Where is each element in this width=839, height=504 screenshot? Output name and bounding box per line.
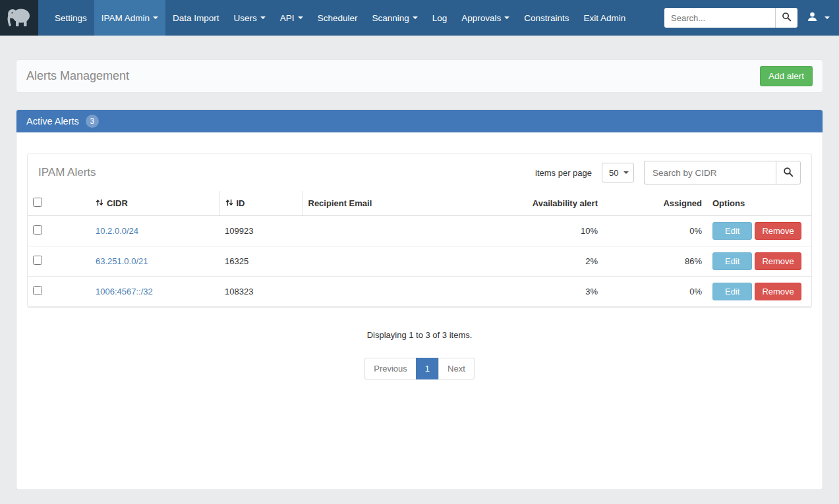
nav-item-constraints[interactable]: Constraints (517, 0, 576, 36)
email-cell (303, 277, 473, 307)
row-select-cell (28, 277, 90, 307)
nav-item-users[interactable]: Users (227, 0, 273, 36)
page-content: Alerts Management Add alert Active Alert… (16, 59, 823, 490)
select-all-checkbox[interactable] (33, 198, 42, 207)
search-icon (782, 12, 792, 24)
availability-cell: 2% (473, 246, 603, 277)
edit-button[interactable]: Edit (712, 283, 752, 300)
table-header-row: CIDR ID Recipient Email Availability al (28, 191, 811, 216)
row-checkbox[interactable] (33, 256, 42, 265)
caret-down-icon (298, 16, 303, 19)
nav-item-api[interactable]: API (273, 0, 310, 36)
nav-item-data-import[interactable]: Data Import (165, 0, 227, 36)
row-select-cell (28, 246, 90, 277)
nav-item-settings[interactable]: Settings (47, 0, 94, 36)
main-menu: Settings IPAM Admin Data Import Users AP… (47, 0, 633, 36)
top-navbar: Settings IPAM Admin Data Import Users AP… (0, 0, 839, 36)
nav-label: Scheduler (318, 13, 358, 23)
page-header: Alerts Management Add alert (16, 59, 823, 93)
select-all-cell (28, 191, 90, 216)
header-recipient-email: Recipient Email (303, 191, 473, 216)
row-select-cell (28, 216, 90, 246)
search-icon (783, 167, 794, 179)
nav-label: API (280, 13, 295, 23)
nav-label: IPAM Admin (101, 13, 150, 23)
app-logo[interactable] (0, 0, 38, 36)
caret-down-icon (413, 16, 418, 19)
cidr-search-button[interactable] (776, 161, 801, 184)
items-per-page-label: items per page (535, 168, 592, 178)
active-alerts-panel: Active Alerts 3 IPAM Alerts items per pa… (16, 109, 823, 490)
nav-item-ipam-admin[interactable]: IPAM Admin (94, 0, 165, 36)
edit-button[interactable]: Edit (712, 252, 752, 270)
caret-down-icon (825, 16, 830, 19)
nav-label: Exit Admin (584, 13, 626, 23)
global-search-input[interactable] (664, 8, 775, 28)
header-options: Options (707, 191, 811, 216)
card-title: IPAM Alerts (38, 166, 96, 179)
pagination: Previous 1 Next (27, 358, 812, 379)
id-cell: 16325 (219, 246, 303, 277)
table-row: 63.251.0.0/21 16325 2% 86% Edit Remove (28, 246, 811, 277)
caret-down-icon (260, 16, 266, 19)
items-per-page-select[interactable]: 50 (602, 163, 634, 182)
add-alert-button[interactable]: Add alert (760, 66, 813, 86)
panel-body: IPAM Alerts items per page 50 (16, 132, 823, 390)
cidr-link[interactable]: 1006:4567::/32 (96, 287, 153, 296)
page-1-button[interactable]: 1 (416, 358, 439, 379)
elephant-logo-icon (6, 6, 32, 30)
nav-label: Settings (55, 13, 87, 23)
alerts-table: CIDR ID Recipient Email Availability al (28, 191, 811, 307)
assigned-cell: 0% (603, 277, 707, 307)
nav-item-scheduler[interactable]: Scheduler (310, 0, 365, 36)
availability-cell: 3% (473, 277, 603, 307)
active-alerts-panel-header: Active Alerts 3 (16, 110, 823, 132)
user-menu[interactable] (807, 11, 830, 24)
options-cell: Edit Remove (707, 277, 811, 307)
sort-icon[interactable] (225, 198, 233, 209)
nav-label: Constraints (524, 13, 569, 23)
caret-down-icon (504, 16, 509, 19)
global-search (664, 8, 797, 28)
cidr-search-input[interactable] (644, 161, 776, 184)
row-checkbox[interactable] (33, 286, 42, 295)
table-row: 1006:4567::/32 108323 3% 0% Edit Remove (28, 277, 811, 307)
row-checkbox[interactable] (33, 225, 42, 235)
options-cell: Edit Remove (707, 216, 811, 246)
nav-item-approvals[interactable]: Approvals (454, 0, 517, 36)
remove-button[interactable]: Remove (755, 222, 801, 240)
table-controls: items per page 50 (535, 161, 801, 184)
nav-label: Scanning (372, 13, 409, 23)
nav-item-log[interactable]: Log (425, 0, 455, 36)
assigned-cell: 0% (603, 216, 707, 246)
header-assigned: Assigned (603, 191, 707, 216)
id-cell: 109923 (219, 216, 303, 246)
nav-label: Log (432, 13, 448, 23)
nav-item-scanning[interactable]: Scanning (364, 0, 424, 36)
cidr-link[interactable]: 63.251.0.0/21 (96, 256, 148, 266)
options-cell: Edit Remove (707, 246, 811, 277)
sort-icon[interactable] (96, 198, 103, 209)
header-id[interactable]: ID (219, 191, 303, 216)
previous-page-button[interactable]: Previous (364, 358, 417, 379)
table-row: 10.2.0.0/24 109923 10% 0% Edit Remove (28, 216, 811, 246)
nav-label: Data Import (173, 13, 219, 23)
cidr-link[interactable]: 10.2.0.0/24 (96, 226, 138, 236)
page-title: Alerts Management (26, 69, 129, 83)
remove-button[interactable]: Remove (755, 283, 801, 300)
user-icon (807, 11, 818, 24)
remove-button[interactable]: Remove (755, 252, 801, 270)
header-cidr[interactable]: CIDR (90, 191, 219, 216)
ipam-alerts-card: IPAM Alerts items per page 50 (27, 154, 812, 308)
cidr-cell: 63.251.0.0/21 (90, 246, 219, 277)
assigned-cell: 86% (603, 246, 707, 277)
nav-item-exit-admin[interactable]: Exit Admin (577, 0, 633, 36)
cidr-search (644, 161, 801, 184)
availability-cell: 10% (473, 216, 603, 246)
edit-button[interactable]: Edit (712, 222, 752, 240)
nav-label: Users (234, 13, 257, 23)
global-search-button[interactable] (775, 8, 797, 28)
results-summary: Displaying 1 to 3 of 3 items. (27, 330, 812, 340)
id-cell: 108323 (219, 277, 303, 307)
next-page-button[interactable]: Next (438, 358, 475, 379)
